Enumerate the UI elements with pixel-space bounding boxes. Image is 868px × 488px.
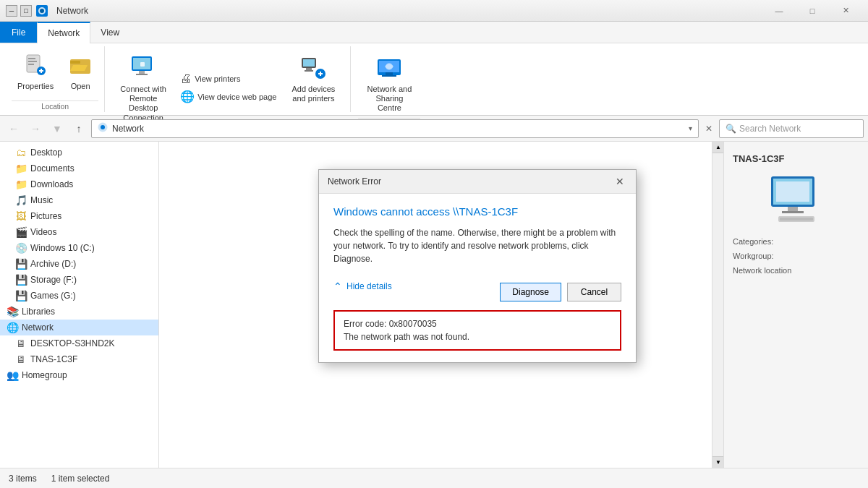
desktop-pc-icon: 🖥 — [14, 338, 27, 349]
sidebar-item-libraries[interactable]: 📚 Libraries — [0, 304, 158, 320]
cancel-button[interactable]: Cancel — [567, 283, 621, 301]
dialog-error-title: Windows cannot access \\TNAS-1C3F — [333, 205, 621, 218]
ribbon-group-sharing: Network and Sharing Centre Network — [352, 46, 426, 112]
sidebar-item-windows[interactable]: 💿 Windows 10 (C:) — [0, 240, 158, 256]
svg-rect-28 — [776, 181, 809, 202]
ribbon-view-device-button[interactable]: 🌐 View device web page — [177, 88, 279, 105]
downloads-icon: 📁 — [14, 179, 27, 190]
sidebar-libraries-label: Libraries — [22, 307, 55, 317]
sidebar-item-music[interactable]: 🎵 Music — [0, 192, 158, 208]
ribbon-remote-desktop-button[interactable]: Connect with Remote Desktop Connection — [112, 51, 174, 126]
search-box[interactable]: 🔍 Search Network — [719, 119, 864, 138]
ribbon-sharing-items: Network and Sharing Centre — [358, 48, 420, 116]
properties-label: Properties — [17, 82, 54, 91]
right-panel-info: Categories: Workgroup: Network location — [733, 235, 859, 278]
ribbon-network-items: Connect with Remote Desktop Connection 🖨… — [112, 48, 344, 126]
chevron-up-icon: ⌃ — [333, 281, 342, 292]
hide-details-button[interactable]: ⌃ Hide details — [333, 281, 392, 292]
window-icon — [36, 5, 48, 17]
restore-button[interactable]: □ — [20, 5, 32, 17]
tab-network[interactable]: Network — [37, 22, 90, 43]
svg-rect-4 — [28, 61, 37, 62]
ribbon-properties-button[interactable]: Properties — [12, 51, 59, 94]
search-icon: 🔍 — [726, 124, 736, 134]
svg-rect-29 — [788, 207, 798, 211]
status-bar: 3 items 1 item selected — [0, 468, 868, 488]
view-device-label: View device web page — [197, 93, 276, 101]
printer-icon: 🖨 — [180, 72, 192, 85]
dialog-close-button[interactable]: ✕ — [613, 174, 627, 189]
sidebar-item-videos[interactable]: 🎬 Videos — [0, 224, 158, 240]
up-button[interactable]: ↑ — [69, 119, 88, 138]
documents-icon: 📁 — [14, 163, 27, 174]
hide-details-label: Hide details — [346, 281, 392, 291]
right-panel: TNAS-1C3F Categories: Workgroup: Network… — [723, 142, 868, 468]
win-close[interactable]: ✕ — [829, 0, 862, 22]
svg-rect-21 — [382, 75, 396, 77]
sidebar-item-desktop[interactable]: 🗂 Desktop — [0, 145, 158, 160]
videos-icon: 🎬 — [14, 226, 27, 238]
svg-rect-22 — [386, 72, 393, 75]
pictures-icon: 🖼 — [14, 210, 27, 222]
title-bar-controls[interactable]: ─ □ — [6, 5, 32, 17]
address-chevron[interactable]: ▾ — [689, 124, 692, 132]
svg-rect-8 — [70, 61, 80, 64]
win-maximize[interactable]: □ — [796, 0, 829, 22]
device-web-icon: 🌐 — [180, 90, 195, 103]
diagnose-button[interactable]: Diagnose — [500, 283, 561, 301]
ribbon-network-sharing-button[interactable]: Network and Sharing Centre — [358, 51, 420, 116]
address-path: Network — [112, 124, 684, 134]
ribbon-location-items: Properties Open — [12, 48, 98, 99]
win-minimize[interactable]: — — [762, 0, 796, 22]
ribbon-add-devices-button[interactable]: Add devices and printers — [282, 51, 344, 106]
ribbon-open-button[interactable]: Open — [62, 51, 98, 94]
homegroup-icon: 👥 — [6, 369, 19, 381]
tnas-sidebar-icon: 🖥 — [14, 354, 27, 365]
sidebar-archive-label: Archive (D:) — [30, 259, 76, 269]
sidebar-item-pictures[interactable]: 🖼 Pictures — [0, 208, 158, 224]
svg-point-25 — [101, 125, 105, 129]
minimize-button[interactable]: ─ — [6, 5, 17, 17]
window-controls[interactable]: — □ ✕ — [762, 0, 862, 22]
error-details-box: Error code: 0x80070035 The network path … — [333, 310, 621, 351]
sidebar-item-documents[interactable]: 📁 Documents — [0, 160, 158, 176]
sidebar-storage-label: Storage (F:) — [30, 275, 77, 285]
address-clear-button[interactable]: ✕ — [702, 121, 716, 136]
sidebar-item-tnas[interactable]: 🖥 TNAS-1C3F — [0, 351, 158, 367]
sidebar-item-downloads[interactable]: 📁 Downloads — [0, 176, 158, 192]
categories-label: Categories: — [733, 235, 859, 249]
svg-point-1 — [40, 9, 44, 13]
desktop-icon: 🗂 — [14, 147, 27, 158]
remote-desktop-label: Connect with Remote Desktop Connection — [118, 85, 169, 123]
sidebar-item-games[interactable]: 💾 Games (G:) — [0, 288, 158, 304]
sidebar-item-desktop-pc[interactable]: 🖥 DESKTOP-S3HND2K — [0, 335, 158, 351]
network-error-dialog[interactable]: Network Error ✕ Windows cannot access \\… — [318, 169, 637, 363]
dialog-message: Check the spelling of the name. Otherwis… — [333, 226, 621, 265]
sidebar-games-label: Games (G:) — [30, 291, 76, 301]
sidebar-item-archive[interactable]: 💾 Archive (D:) — [0, 256, 158, 272]
item-count: 3 items — [9, 474, 37, 484]
window-title: Network — [56, 6, 88, 16]
open-icon — [69, 53, 92, 80]
menu-file[interactable]: File — [0, 22, 37, 43]
sidebar-windows-label: Windows 10 (C:) — [30, 243, 95, 253]
address-network-icon — [98, 122, 108, 134]
sidebar-homegroup-label: Homegroup — [22, 370, 67, 380]
sidebar-downloads-label: Downloads — [30, 179, 73, 189]
forward-button[interactable]: → — [26, 119, 45, 138]
svg-rect-16 — [306, 68, 312, 70]
recent-locations-button[interactable]: ▼ — [48, 119, 67, 138]
scroll-down-button[interactable]: ▼ — [712, 456, 723, 468]
address-bar: ← → ▼ ↑ Network ▾ ✕ 🔍 Search Network — [0, 116, 868, 142]
back-button[interactable]: ← — [4, 119, 23, 138]
scroll-up-button[interactable]: ▲ — [712, 142, 723, 153]
dialog-buttons: Diagnose Cancel — [500, 283, 621, 301]
address-field[interactable]: Network ▾ — [91, 119, 699, 138]
sidebar-item-network[interactable]: 🌐 Network — [0, 320, 158, 335]
menu-bar: File Network View — [0, 22, 868, 43]
sidebar-item-storage[interactable]: 💾 Storage (F:) — [0, 272, 158, 288]
scrollbar[interactable]: ▲ ▼ — [712, 142, 723, 468]
tab-view[interactable]: View — [90, 22, 130, 43]
ribbon-view-printers-button[interactable]: 🖨 View printers — [177, 71, 279, 87]
sidebar-item-homegroup[interactable]: 👥 Homegroup — [0, 367, 158, 383]
